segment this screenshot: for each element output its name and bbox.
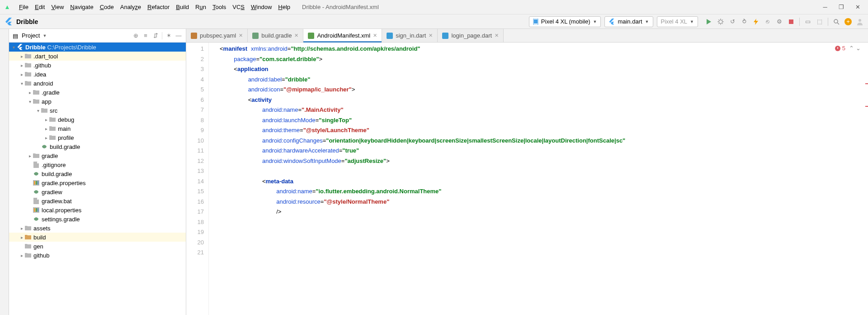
tree-item-debug[interactable]: ▸debug — [9, 115, 186, 124]
hot-reload-button[interactable] — [752, 18, 760, 25]
chevron-icon[interactable]: ▸ — [27, 90, 33, 95]
project-tree[interactable]: ▾ Dribble C:\Projects\Dribble ▸.dart_too… — [9, 43, 186, 315]
search-button[interactable] — [833, 18, 840, 25]
tree-item-build.gradle[interactable]: build.gradle — [9, 142, 186, 151]
chevron-icon[interactable]: ▸ — [43, 135, 49, 140]
tree-item-build.gradle[interactable]: build.gradle — [9, 169, 186, 178]
code-editor[interactable]: <manifest xmlns:android="http://schemas.… — [214, 43, 868, 315]
tree-item-.gitignore[interactable]: .gitignore — [9, 160, 186, 169]
tree-item-gradle[interactable]: ▸gradle — [9, 151, 186, 160]
maximize-button[interactable]: ❐ — [838, 4, 844, 10]
tab-build.gradle[interactable]: build.gradle✕ — [248, 29, 303, 42]
line-gutter[interactable]: 123456789101112131415161718192021 — [186, 43, 209, 315]
tree-item-assets[interactable]: ▸assets — [9, 224, 186, 233]
tree-item-github[interactable]: ▸github — [9, 251, 186, 260]
run-config-selector[interactable]: main.dart ▼ — [604, 16, 653, 27]
chevron-icon[interactable]: ▸ — [43, 126, 49, 131]
tree-item-.dart_tool[interactable]: ▸.dart_tool — [9, 52, 186, 61]
tree-item-gradle.properties[interactable]: gradle.properties — [9, 178, 186, 187]
tree-item-app[interactable]: ▾app — [9, 97, 186, 106]
menu-vcs[interactable]: VCS — [230, 3, 247, 11]
menu-navigate[interactable]: Navigate — [67, 3, 96, 11]
code-area[interactable]: 123456789101112131415161718192021 <manif… — [186, 43, 868, 315]
run-button[interactable] — [705, 18, 712, 25]
close-tab-button[interactable]: ✕ — [429, 33, 433, 38]
sdk-manager-button[interactable]: ⬚ — [816, 18, 823, 25]
chevron-icon[interactable]: ▾ — [27, 99, 33, 104]
tree-item-settings.gradle[interactable]: settings.gradle — [9, 215, 186, 224]
chevron-icon[interactable]: ▸ — [19, 72, 24, 77]
project-tool-window: ▤ Project ▼ ⊕ ≡ ⇵ ✶ — ▾ Dribble C:\Proje… — [9, 29, 186, 315]
tree-item-src[interactable]: ▾src — [9, 106, 186, 115]
chevron-icon[interactable]: ▸ — [19, 235, 24, 240]
menu-help[interactable]: Help — [275, 3, 293, 11]
tab-login_page.dart[interactable]: login_page.dart✕ — [438, 29, 504, 42]
coverage-button[interactable]: ↺ — [729, 18, 736, 25]
menu-code[interactable]: Code — [97, 3, 117, 11]
error-marker[interactable] — [865, 83, 868, 84]
tab-sign_in.dart[interactable]: sign_in.dart✕ — [382, 29, 438, 42]
chevron-up-icon[interactable]: ⌃ — [849, 45, 854, 52]
tree-item-gradlew.bat[interactable]: gradlew.bat — [9, 196, 186, 205]
fold-column[interactable] — [209, 43, 214, 315]
tree-item-gradlew[interactable]: gradlew — [9, 187, 186, 196]
chevron-icon[interactable]: ▾ — [35, 108, 41, 113]
menu-tools[interactable]: Tools — [210, 3, 229, 11]
breadcrumb-project[interactable]: Dribble — [16, 18, 38, 25]
minimize-button[interactable]: ─ — [822, 4, 828, 10]
tree-item-.gradle[interactable]: ▸.gradle — [9, 88, 186, 97]
chevron-icon[interactable]: ▸ — [43, 117, 49, 122]
menu-analyze[interactable]: Analyze — [118, 3, 144, 11]
menu-file[interactable]: File — [16, 3, 31, 11]
debug-button[interactable] — [717, 18, 724, 25]
tree-item-profile[interactable]: ▸profile — [9, 133, 186, 142]
collapse-all-button[interactable]: ⇵ — [152, 32, 159, 39]
close-tab-button[interactable]: ✕ — [294, 33, 298, 38]
error-marker[interactable] — [865, 106, 868, 107]
locate-button[interactable]: ⊕ — [132, 32, 139, 39]
chevron-icon[interactable]: ▾ — [19, 81, 24, 86]
stop-button[interactable] — [788, 18, 795, 25]
settings-button[interactable]: ✶ — [165, 32, 172, 39]
close-tab-button[interactable]: ✕ — [495, 33, 499, 38]
chevron-icon[interactable]: ▸ — [27, 153, 33, 158]
menu-window[interactable]: Window — [248, 3, 274, 11]
chevron-down-icon[interactable]: ▼ — [42, 33, 47, 38]
tree-root[interactable]: ▾ Dribble C:\Projects\Dribble — [9, 43, 186, 52]
chevron-icon[interactable]: ▸ — [19, 226, 24, 231]
attach-button[interactable]: ⎋ — [764, 18, 771, 25]
menu-view[interactable]: View — [48, 3, 66, 11]
device-selector[interactable]: Pixel 4 XL (mobile) ▼ — [529, 16, 601, 27]
menu-build[interactable]: Build — [173, 3, 192, 11]
tree-item-build[interactable]: ▸build — [9, 233, 186, 242]
ide-updates-button[interactable]: + — [844, 18, 852, 25]
chevron-icon[interactable]: ▸ — [19, 63, 24, 68]
chevron-down-icon[interactable]: ⌄ — [856, 45, 861, 52]
menu-refactor[interactable]: Refactor — [145, 3, 172, 11]
close-button[interactable]: ✕ — [854, 4, 861, 10]
menu-run[interactable]: Run — [193, 3, 209, 11]
profile-button[interactable]: ⥁ — [741, 18, 748, 25]
tab-AndroidManifest.xml[interactable]: AndroidManifest.xml✕ — [303, 29, 382, 42]
device-target-selector[interactable]: Pixel 4 XL ▼ — [657, 16, 698, 27]
tree-item-.github[interactable]: ▸.github — [9, 61, 186, 70]
device-manager-button[interactable]: ▭ — [804, 18, 811, 25]
close-tab-button[interactable]: ✕ — [373, 33, 377, 38]
tree-item-.idea[interactable]: ▸.idea — [9, 70, 186, 79]
tree-item-main[interactable]: ▸main — [9, 124, 186, 133]
account-icon[interactable] — [856, 18, 863, 25]
tree-item-local.properties[interactable]: local.properties — [9, 205, 186, 215]
close-tab-button[interactable]: ✕ — [239, 33, 243, 38]
flutter-inspector-button[interactable]: ⚙ — [776, 18, 783, 25]
project-view-label[interactable]: Project — [22, 32, 40, 39]
inspection-indicator[interactable]: 5 ⌃ ⌄ — [835, 45, 861, 52]
menu-edit[interactable]: Edit — [32, 3, 47, 11]
hide-button[interactable]: — — [175, 32, 182, 39]
tree-item-gen[interactable]: gen — [9, 242, 186, 251]
run-config-label: main.dart — [618, 18, 642, 25]
tab-pubspec.yaml[interactable]: pubspec.yaml✕ — [186, 29, 248, 42]
chevron-icon[interactable]: ▸ — [19, 253, 24, 258]
expand-all-button[interactable]: ≡ — [142, 32, 149, 39]
tree-item-android[interactable]: ▾android — [9, 79, 186, 88]
chevron-icon[interactable]: ▸ — [19, 54, 24, 59]
